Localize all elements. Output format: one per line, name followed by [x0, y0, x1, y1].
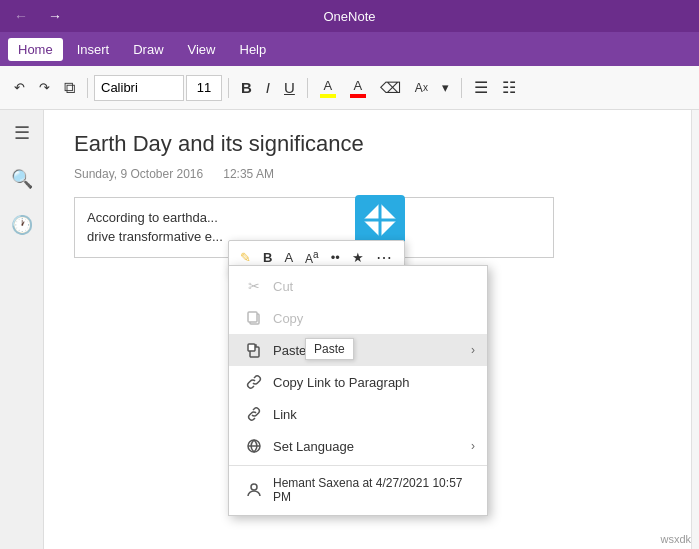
watermark: wsxdk	[660, 533, 691, 545]
menu-draw[interactable]: Draw	[123, 38, 173, 61]
font-color-button[interactable]: A	[344, 74, 372, 102]
eraser-button[interactable]: ⌫	[374, 75, 407, 101]
history-icon[interactable]: 🕐	[7, 210, 37, 240]
note-title: Earth Day and its significance	[74, 130, 669, 159]
copy-icon	[245, 309, 263, 327]
back-button[interactable]: ←	[8, 6, 34, 26]
list-button[interactable]: ☰	[468, 74, 494, 101]
cut-icon: ✂	[245, 277, 263, 295]
menu-insert[interactable]: Insert	[67, 38, 120, 61]
copy-link-menu-item[interactable]: Copy Link to Paragraph	[229, 366, 487, 398]
underline-button[interactable]: U	[278, 75, 301, 100]
indented-list-button[interactable]: ☷	[496, 74, 522, 101]
separator-1	[87, 78, 88, 98]
scrollbar[interactable]	[691, 110, 699, 549]
menu-bar: Home Insert Draw View Help	[0, 32, 699, 66]
set-language-label: Set Language	[273, 439, 354, 454]
search-icon[interactable]: 🔍	[7, 164, 37, 194]
floating-app-icon	[355, 195, 405, 245]
separator-3	[307, 78, 308, 98]
set-language-arrow: ›	[471, 439, 475, 453]
copy-label: Copy	[273, 311, 303, 326]
highlight-button[interactable]: A	[314, 74, 342, 102]
forward-button[interactable]: →	[42, 6, 68, 26]
paste-icon	[245, 341, 263, 359]
cut-menu-item[interactable]: ✂ Cut	[229, 270, 487, 302]
cut-label: Cut	[273, 279, 293, 294]
format-dropdown[interactable]: ▾	[436, 76, 455, 99]
separator-2	[228, 78, 229, 98]
bold-button[interactable]: B	[235, 75, 258, 100]
paste-arrow: ›	[471, 343, 475, 357]
font-name-input[interactable]	[94, 75, 184, 101]
link-icon	[245, 405, 263, 423]
copy-link-icon	[245, 373, 263, 391]
paste-label: Paste	[273, 343, 306, 358]
author-icon	[245, 481, 263, 499]
highlight-icon: A	[320, 78, 336, 98]
font-color-bar	[350, 94, 366, 98]
redo-button[interactable]: ↷	[33, 76, 56, 99]
menu-help[interactable]: Help	[230, 38, 277, 61]
font-size-input[interactable]	[186, 75, 222, 101]
svg-rect-7	[248, 344, 255, 351]
set-language-icon	[245, 437, 263, 455]
menu-view[interactable]: View	[178, 38, 226, 61]
italic-button[interactable]: I	[260, 75, 276, 100]
menu-home[interactable]: Home	[8, 38, 63, 61]
author-label: Hemant Saxena at 4/27/2021 10:57 PM	[273, 476, 471, 504]
menu-separator	[229, 465, 487, 466]
undo-button[interactable]: ↶	[8, 76, 31, 99]
context-menu: ✂ Cut Copy Paste › Copy Lin	[228, 265, 488, 516]
title-bar-left: ← →	[8, 6, 68, 26]
body-line1: According to earthda...	[87, 208, 541, 228]
svg-point-9	[251, 484, 257, 490]
copy-menu-item[interactable]: Copy	[229, 302, 487, 334]
separator-4	[461, 78, 462, 98]
paste-menu-item[interactable]: Paste ›	[229, 334, 487, 366]
link-menu-item[interactable]: Link	[229, 398, 487, 430]
font-color-icon: A	[350, 78, 366, 98]
left-sidebar: ☰ 🔍 🕐	[0, 110, 44, 549]
highlight-bar	[320, 94, 336, 98]
toolbar: ↶ ↷ ⧉ B I U A A ⌫ Ax ▾ ☰ ☷	[0, 66, 699, 110]
subscript-button[interactable]: Ax	[409, 77, 434, 99]
time-text: 12:35 AM	[223, 167, 274, 181]
svg-rect-5	[248, 312, 257, 322]
copy-link-label: Copy Link to Paragraph	[273, 375, 410, 390]
paste-tooltip: Paste	[305, 338, 354, 360]
note-date: Sunday, 9 October 2016 12:35 AM	[74, 167, 669, 181]
clipboard-button[interactable]: ⧉	[58, 75, 81, 101]
link-label: Link	[273, 407, 297, 422]
notebooks-icon[interactable]: ☰	[10, 118, 34, 148]
set-language-menu-item[interactable]: Set Language ›	[229, 430, 487, 462]
author-menu-item[interactable]: Hemant Saxena at 4/27/2021 10:57 PM	[229, 469, 487, 511]
app-title: OneNote	[323, 9, 375, 24]
title-bar: ← → OneNote	[0, 0, 699, 32]
date-text: Sunday, 9 October 2016	[74, 167, 203, 181]
